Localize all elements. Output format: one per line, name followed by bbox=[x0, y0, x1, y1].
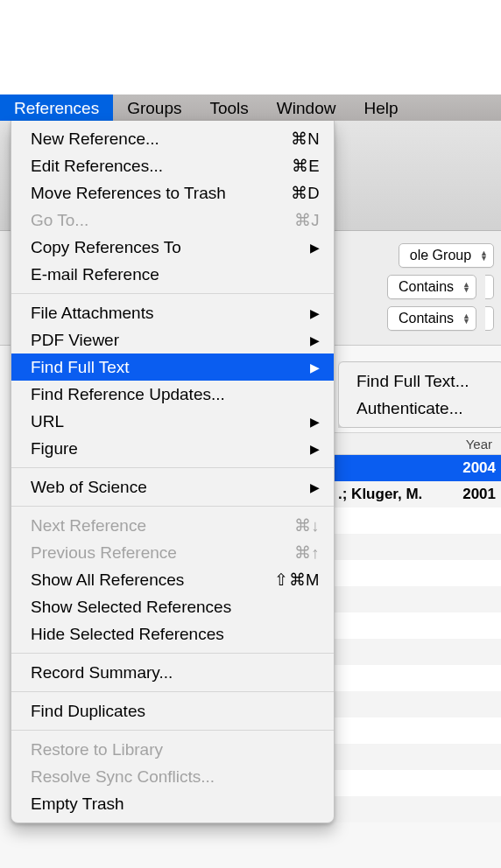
table-row[interactable]: .; Kluger, M. 2001 bbox=[335, 481, 501, 508]
submenu-arrow-icon: ▶ bbox=[310, 480, 320, 494]
shortcut-text: ⇧⌘M bbox=[274, 570, 320, 590]
menu-item-empty-trash[interactable]: Empty Trash bbox=[11, 790, 334, 817]
group-dropdown[interactable]: ole Group ▲▼ bbox=[399, 243, 494, 268]
find-full-text-submenu: Find Full Text... Authenticate... bbox=[338, 361, 501, 428]
empty-row bbox=[335, 586, 501, 612]
chevron-updown-icon: ▲▼ bbox=[462, 313, 470, 324]
window-chrome-blank bbox=[0, 0, 501, 94]
reference-table: Year 2004 .; Kluger, M. 2001 bbox=[335, 432, 501, 822]
submenu-arrow-icon: ▶ bbox=[310, 306, 320, 320]
shortcut-text: ⌘↓ bbox=[294, 516, 320, 536]
empty-row bbox=[335, 612, 501, 639]
menu-separator bbox=[11, 730, 334, 731]
menu-item-record-summary[interactable]: Record Summary... bbox=[11, 659, 334, 686]
column-header-year[interactable]: Year bbox=[335, 432, 501, 455]
menu-item-move-to-trash[interactable]: Move References to Trash ⌘D bbox=[11, 179, 334, 206]
chevron-updown-icon: ▲▼ bbox=[462, 282, 470, 292]
menu-item-go-to: Go To... ⌘J bbox=[11, 206, 334, 234]
submenu-item-authenticate[interactable]: Authenticate... bbox=[339, 395, 501, 422]
empty-row bbox=[335, 691, 501, 718]
submenu-arrow-icon: ▶ bbox=[310, 442, 320, 456]
menu-separator bbox=[11, 506, 334, 507]
empty-row bbox=[335, 508, 501, 534]
shortcut-text: ⌘N bbox=[291, 130, 320, 149]
group-dropdown-label: ole Group bbox=[410, 248, 471, 263]
menubar-item-window[interactable]: Window bbox=[263, 94, 350, 121]
menu-bar: References Groups Tools Window Help bbox=[0, 94, 501, 121]
menu-separator bbox=[11, 691, 334, 692]
submenu-arrow-icon: ▶ bbox=[310, 333, 320, 347]
menu-item-edit-references[interactable]: Edit References... ⌘E bbox=[11, 152, 334, 179]
menu-item-previous-reference: Previous Reference ⌘↑ bbox=[11, 539, 334, 566]
shortcut-text: ⌘J bbox=[294, 211, 320, 230]
menu-separator bbox=[11, 467, 334, 468]
submenu-arrow-icon: ▶ bbox=[310, 415, 320, 429]
filter-condition-1[interactable]: Contains ▲▼ bbox=[387, 275, 476, 299]
menubar-item-groups[interactable]: Groups bbox=[113, 94, 195, 121]
menu-item-new-reference[interactable]: New Reference... ⌘N bbox=[11, 125, 334, 152]
menu-item-file-attachments[interactable]: File Attachments ▶ bbox=[11, 299, 334, 326]
empty-row bbox=[335, 796, 501, 822]
shortcut-text: ⌘D bbox=[291, 184, 320, 203]
shortcut-text: ⌘E bbox=[292, 157, 320, 176]
menu-item-url[interactable]: URL ▶ bbox=[11, 408, 334, 435]
menu-item-next-reference: Next Reference ⌘↓ bbox=[11, 512, 334, 539]
filter-condition-1-label: Contains bbox=[399, 279, 454, 295]
menu-item-copy-references-to[interactable]: Copy References To ▶ bbox=[11, 234, 334, 261]
submenu-arrow-icon: ▶ bbox=[310, 360, 320, 374]
menu-item-resolve-sync-conflicts: Resolve Sync Conflicts... bbox=[11, 763, 334, 790]
empty-row bbox=[335, 560, 501, 586]
menu-item-find-duplicates[interactable]: Find Duplicates bbox=[11, 697, 334, 724]
cell-year: 2004 bbox=[452, 459, 501, 477]
filter-value-field-1[interactable] bbox=[485, 275, 494, 299]
menu-item-find-reference-updates[interactable]: Find Reference Updates... bbox=[11, 381, 334, 408]
menubar-item-tools[interactable]: Tools bbox=[195, 94, 262, 121]
chevron-updown-icon: ▲▼ bbox=[480, 250, 488, 261]
empty-row bbox=[335, 770, 501, 796]
menu-item-find-full-text[interactable]: Find Full Text ▶ bbox=[11, 354, 334, 381]
menu-separator bbox=[11, 653, 334, 654]
menu-item-web-of-science[interactable]: Web of Science ▶ bbox=[11, 473, 334, 500]
menu-item-hide-selected-references[interactable]: Hide Selected References bbox=[11, 620, 334, 648]
menu-item-pdf-viewer[interactable]: PDF Viewer ▶ bbox=[11, 326, 334, 354]
menu-separator bbox=[11, 293, 334, 294]
shortcut-text: ⌘↑ bbox=[294, 543, 320, 563]
filter-condition-2[interactable]: Contains ▲▼ bbox=[387, 306, 476, 331]
empty-row bbox=[335, 744, 501, 770]
empty-row bbox=[335, 718, 501, 744]
table-row[interactable]: 2004 bbox=[335, 455, 501, 481]
cell-year: 2001 bbox=[452, 486, 501, 503]
submenu-item-find-full-text[interactable]: Find Full Text... bbox=[339, 368, 501, 395]
empty-row bbox=[335, 665, 501, 691]
menu-item-restore-to-library: Restore to Library bbox=[11, 736, 334, 763]
filter-value-field-2[interactable] bbox=[485, 306, 494, 331]
menu-item-show-selected-references[interactable]: Show Selected References bbox=[11, 593, 334, 620]
menubar-item-help[interactable]: Help bbox=[349, 94, 412, 121]
menu-item-email-reference[interactable]: E-mail Reference bbox=[11, 261, 334, 288]
cell-author: .; Kluger, M. bbox=[338, 486, 452, 503]
menu-item-figure[interactable]: Figure ▶ bbox=[11, 435, 334, 462]
menu-item-show-all-references[interactable]: Show All References ⇧⌘M bbox=[11, 566, 334, 593]
empty-row bbox=[335, 534, 501, 560]
empty-row bbox=[335, 639, 501, 665]
submenu-arrow-icon: ▶ bbox=[310, 241, 320, 255]
references-menu-dropdown: New Reference... ⌘N Edit References... ⌘… bbox=[11, 121, 335, 823]
menubar-item-references[interactable]: References bbox=[0, 94, 113, 121]
filter-condition-2-label: Contains bbox=[399, 311, 454, 326]
